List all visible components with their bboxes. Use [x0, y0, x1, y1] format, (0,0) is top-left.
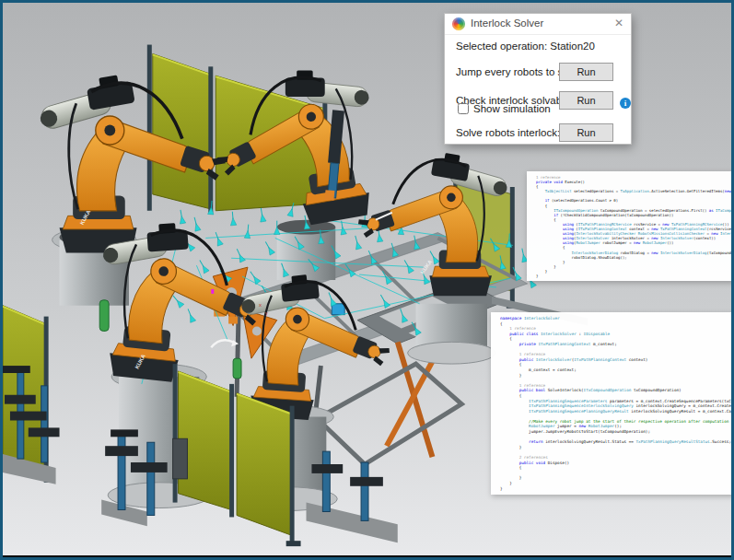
run-check-solvability-button[interactable]: Run	[559, 91, 613, 110]
pedestal-r3	[408, 304, 495, 364]
close-icon[interactable]: ✕	[614, 17, 623, 29]
axis-label-x: x	[259, 302, 262, 308]
show-simulation-label[interactable]: Show simulation	[473, 103, 551, 114]
code-snippet-interlocksolver-class[interactable]: namespace InterlockSolver{ 1 reference p…	[491, 312, 734, 495]
interlock-solver-app-icon	[452, 18, 465, 30]
app-window: KUKA KUKA KUKA x y	[0, 0, 734, 560]
tool-green	[99, 300, 109, 332]
run-solve-interlock-button[interactable]: Run	[559, 123, 613, 142]
dialog-title: Interlock Solver	[471, 18, 543, 29]
interlock-solver-dialog: Interlock Solver ✕ Selected operation: S…	[445, 14, 631, 144]
run-jump-robots-button[interactable]: Run	[559, 63, 613, 81]
frame-marker	[211, 289, 214, 294]
solve-interlock-label: Solve robots interlock:	[456, 127, 560, 138]
tool-green	[233, 358, 241, 379]
window-bottom-edge	[3, 555, 731, 557]
axis-label-y: y	[265, 310, 268, 316]
show-simulation-checkbox[interactable]	[458, 103, 469, 114]
dialog-titlebar[interactable]: Interlock Solver ✕	[445, 14, 631, 35]
selected-operation-text: Selected operation: Station20	[456, 41, 595, 52]
info-icon[interactable]: i	[620, 98, 631, 109]
code-snippet-execute-method[interactable]: 1 referenceprivate void Execute(){ TxObj…	[527, 171, 734, 281]
